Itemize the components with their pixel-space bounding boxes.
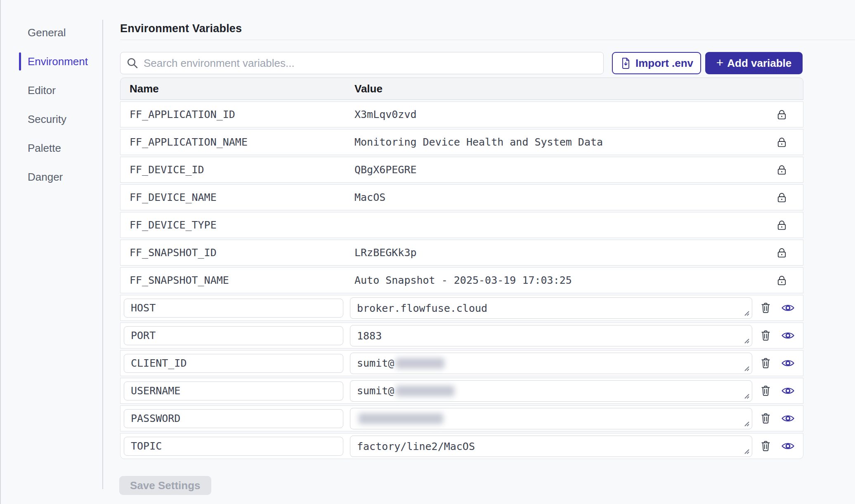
delete-variable-button[interactable] xyxy=(759,411,772,426)
env-var-row-locked: FF_APPLICATION_NAME Monitoring Device He… xyxy=(120,129,803,155)
search-icon xyxy=(126,57,139,69)
delete-variable-button[interactable] xyxy=(759,356,772,371)
sidebar-item-editor[interactable]: Editor xyxy=(19,76,102,105)
row-actions xyxy=(752,356,803,371)
resize-handle-icon[interactable] xyxy=(743,310,750,317)
resize-handle-icon[interactable] xyxy=(743,365,750,372)
lock-icon xyxy=(760,219,803,231)
resize-handle-icon[interactable] xyxy=(743,337,750,344)
row-actions xyxy=(752,411,803,426)
sidebar-item-label: Environment xyxy=(28,55,88,68)
env-var-name-input[interactable] xyxy=(124,382,343,400)
active-tab-bar xyxy=(19,52,21,71)
row-actions xyxy=(752,438,803,454)
env-var-name: FF_APPLICATION_NAME xyxy=(130,136,354,148)
env-var-name: FF_APPLICATION_ID xyxy=(130,108,354,120)
plus-icon: + xyxy=(716,57,724,69)
env-var-value: X3mLqv0zvd xyxy=(354,108,760,120)
env-var-name: FF_DEVICE_NAME xyxy=(130,191,354,203)
env-var-value: LRzBEGKk3p xyxy=(354,247,760,259)
env-var-row-locked: FF_SNAPSHOT_NAME Auto Snapshot - 2025-03… xyxy=(120,267,803,293)
lock-icon xyxy=(760,192,803,203)
toggle-visibility-button[interactable] xyxy=(779,301,796,314)
search-input[interactable] xyxy=(144,57,598,70)
env-var-name: FF_DEVICE_ID xyxy=(130,164,354,176)
delete-variable-button[interactable] xyxy=(759,328,772,343)
column-header-name: Name xyxy=(130,82,354,95)
sidebar-item-label: General xyxy=(28,26,66,39)
toggle-visibility-button[interactable] xyxy=(779,440,796,452)
import-env-label: Import .env xyxy=(635,57,693,70)
env-var-value: MacOS xyxy=(354,191,760,203)
env-var-value-input[interactable] xyxy=(350,436,752,457)
env-var-value-wrap xyxy=(350,297,752,319)
env-var-name-input[interactable] xyxy=(124,354,343,373)
row-actions xyxy=(752,328,803,343)
page-title: Environment Variables xyxy=(120,22,242,35)
row-actions xyxy=(752,383,803,398)
device-settings-page: General Environment Editor Security Pale… xyxy=(0,0,855,504)
sidebar-item-label: Editor xyxy=(28,84,56,97)
sidebar-item-label: Security xyxy=(28,113,66,126)
table-rows: FF_APPLICATION_ID X3mLqv0zvd FF_APPLICAT… xyxy=(120,101,803,459)
table-header-row: Name Value xyxy=(120,78,803,100)
env-var-value-input[interactable] xyxy=(350,380,752,402)
toggle-visibility-button[interactable] xyxy=(779,329,796,342)
env-var-row-locked: FF_DEVICE_ID QBgX6PEGRE xyxy=(120,157,803,183)
env-toolbar: Import .env + Add variable xyxy=(120,52,803,74)
import-file-icon xyxy=(620,57,631,70)
toggle-visibility-button[interactable] xyxy=(779,357,796,370)
env-var-name-input[interactable] xyxy=(124,299,343,318)
resize-handle-icon[interactable] xyxy=(743,420,750,427)
env-var-name-input[interactable] xyxy=(124,409,343,428)
env-var-value-input[interactable] xyxy=(350,353,752,374)
env-var-value-wrap xyxy=(350,408,752,429)
settings-sidebar: General Environment Editor Security Pale… xyxy=(19,18,102,191)
env-var-row-editable: sumit@ xyxy=(120,378,803,404)
resize-handle-icon[interactable] xyxy=(743,393,750,400)
sidebar-item-environment[interactable]: Environment xyxy=(19,47,102,76)
column-header-value: Value xyxy=(354,82,383,95)
env-var-row-locked: FF_DEVICE_NAME MacOS xyxy=(120,184,803,210)
delete-variable-button[interactable] xyxy=(759,300,772,316)
env-var-value-wrap: sumit@ xyxy=(350,380,752,402)
delete-variable-button[interactable] xyxy=(759,438,772,454)
sidebar-divider xyxy=(102,20,103,489)
env-var-row-editable xyxy=(120,323,803,349)
delete-variable-button[interactable] xyxy=(759,383,772,398)
env-var-value-input[interactable] xyxy=(350,325,752,346)
env-var-value-wrap xyxy=(350,436,752,457)
lock-icon xyxy=(760,137,803,148)
env-var-row-editable: sumit@ xyxy=(120,350,803,376)
env-var-name-input[interactable] xyxy=(124,437,343,456)
toggle-visibility-button[interactable] xyxy=(779,384,796,397)
save-settings-button[interactable]: Save Settings xyxy=(119,476,211,495)
env-var-value-wrap: sumit@ xyxy=(350,353,752,374)
add-variable-button[interactable]: + Add variable xyxy=(705,52,803,74)
env-var-row-locked: FF_DEVICE_TYPE xyxy=(120,212,803,238)
env-var-value-input[interactable] xyxy=(350,408,752,429)
env-var-name: FF_SNAPSHOT_NAME xyxy=(130,274,354,286)
env-var-value: Monitoring Device Health and System Data xyxy=(354,136,760,148)
sidebar-item-palette[interactable]: Palette xyxy=(19,134,102,163)
env-var-name: FF_SNAPSHOT_ID xyxy=(130,247,354,259)
import-env-button[interactable]: Import .env xyxy=(612,52,701,74)
add-variable-label: Add variable xyxy=(727,57,791,70)
lock-icon xyxy=(760,247,803,259)
search-box xyxy=(120,52,604,74)
env-var-row-locked: FF_SNAPSHOT_ID LRzBEGKk3p xyxy=(120,240,803,266)
env-variables-table: Name Value FF_APPLICATION_ID X3mLqv0zvd … xyxy=(120,78,803,459)
toggle-visibility-button[interactable] xyxy=(779,412,796,425)
resize-handle-icon[interactable] xyxy=(743,448,750,455)
sidebar-item-security[interactable]: Security xyxy=(19,105,102,134)
env-var-name-input[interactable] xyxy=(124,326,343,345)
lock-icon xyxy=(760,275,803,286)
sidebar-item-general[interactable]: General xyxy=(19,18,102,47)
env-var-name: FF_DEVICE_TYPE xyxy=(130,219,354,231)
env-var-row-locked: FF_APPLICATION_ID X3mLqv0zvd xyxy=(120,101,803,127)
env-var-row-editable xyxy=(120,405,803,431)
sidebar-item-label: Danger xyxy=(28,171,63,184)
sidebar-item-danger[interactable]: Danger xyxy=(19,163,102,191)
title-divider xyxy=(120,40,855,40)
env-var-value-input[interactable] xyxy=(350,297,752,319)
